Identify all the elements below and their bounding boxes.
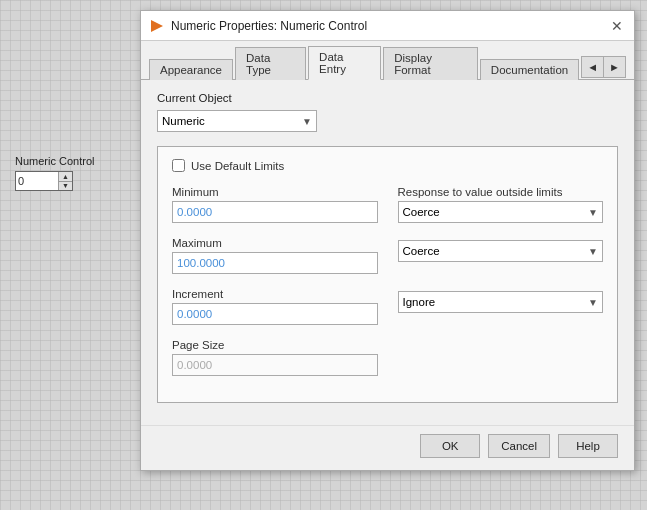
use-default-limits-label: Use Default Limits <box>191 160 284 172</box>
response-maximum-arrow: ▼ <box>588 246 598 257</box>
tab-data-entry[interactable]: Data Entry <box>308 46 381 80</box>
page-size-group: Page Size <box>172 339 378 376</box>
dialog-title: Numeric Properties: Numeric Control <box>171 19 367 33</box>
numeric-control-widget: Numeric Control 0 ▲ ▼ <box>15 155 94 191</box>
tabs-bar: Appearance Data Type Data Entry Display … <box>141 41 634 80</box>
empty-right-group <box>398 339 604 376</box>
response-maximum-dropdown[interactable]: Coerce ▼ <box>398 240 604 262</box>
response-minimum-label: Response to value outside limits <box>398 186 604 198</box>
inner-box: Use Default Limits Minimum Response to v… <box>157 146 618 403</box>
help-button[interactable]: Help <box>558 434 618 458</box>
tab-documentation[interactable]: Documentation <box>480 59 579 80</box>
current-object-dropdown[interactable]: Numeric ▼ <box>157 110 317 132</box>
maximum-input[interactable] <box>172 252 378 274</box>
response-minimum-value: Coerce <box>403 206 440 218</box>
minimum-group: Minimum <box>172 186 378 223</box>
response-maximum-group: Coerce ▼ <box>398 237 604 274</box>
title-bar-left: Numeric Properties: Numeric Control <box>149 18 367 34</box>
increment-input[interactable] <box>172 303 378 325</box>
maximum-group: Maximum <box>172 237 378 274</box>
response-minimum-group: Response to value outside limits Coerce … <box>398 186 604 223</box>
tab-next-button[interactable]: ► <box>603 57 625 77</box>
fields-grid: Minimum Response to value outside limits… <box>172 186 603 390</box>
response-increment-group: Ignore ▼ <box>398 288 604 325</box>
current-object-dropdown-row[interactable]: Numeric ▼ <box>157 110 618 132</box>
numeric-control-input[interactable]: 0 ▲ ▼ <box>15 171 73 191</box>
tab-data-type[interactable]: Data Type <box>235 47 306 80</box>
page-size-label: Page Size <box>172 339 378 351</box>
page-size-input <box>172 354 378 376</box>
dialog-footer: OK Cancel Help <box>141 425 634 470</box>
dialog-body: Current Object Numeric ▼ Use Default Lim… <box>141 80 634 425</box>
tab-prev-button[interactable]: ◄ <box>582 57 603 77</box>
use-default-limits-row[interactable]: Use Default Limits <box>172 159 603 172</box>
response-increment-dropdown[interactable]: Ignore ▼ <box>398 291 604 313</box>
response-minimum-dropdown[interactable]: Coerce ▼ <box>398 201 604 223</box>
response-minimum-arrow: ▼ <box>588 207 598 218</box>
svg-marker-0 <box>151 20 163 32</box>
numeric-control-value: 0 <box>16 174 58 188</box>
maximum-label: Maximum <box>172 237 378 249</box>
tab-nav-arrows[interactable]: ◄ ► <box>581 56 626 78</box>
title-bar: Numeric Properties: Numeric Control ✕ <box>141 11 634 41</box>
spin-up-button[interactable]: ▲ <box>59 172 72 182</box>
current-object-dropdown-arrow: ▼ <box>302 116 312 127</box>
increment-group: Increment <box>172 288 378 325</box>
dialog: Numeric Properties: Numeric Control ✕ Ap… <box>140 10 635 471</box>
tab-display-format[interactable]: Display Format <box>383 47 478 80</box>
minimum-label: Minimum <box>172 186 378 198</box>
current-object-value: Numeric <box>162 115 205 127</box>
ok-button[interactable]: OK <box>420 434 480 458</box>
dialog-icon <box>149 18 165 34</box>
response-maximum-value: Coerce <box>403 245 440 257</box>
increment-label: Increment <box>172 288 378 300</box>
numeric-control-spinner[interactable]: ▲ ▼ <box>58 172 72 190</box>
minimum-input[interactable] <box>172 201 378 223</box>
cancel-button[interactable]: Cancel <box>488 434 550 458</box>
close-button[interactable]: ✕ <box>608 17 626 35</box>
response-increment-value: Ignore <box>403 296 436 308</box>
numeric-control-label: Numeric Control <box>15 155 94 167</box>
current-object-label: Current Object <box>157 92 618 104</box>
spin-down-button[interactable]: ▼ <box>59 182 72 191</box>
tab-appearance[interactable]: Appearance <box>149 59 233 80</box>
use-default-limits-checkbox[interactable] <box>172 159 185 172</box>
response-increment-arrow: ▼ <box>588 297 598 308</box>
